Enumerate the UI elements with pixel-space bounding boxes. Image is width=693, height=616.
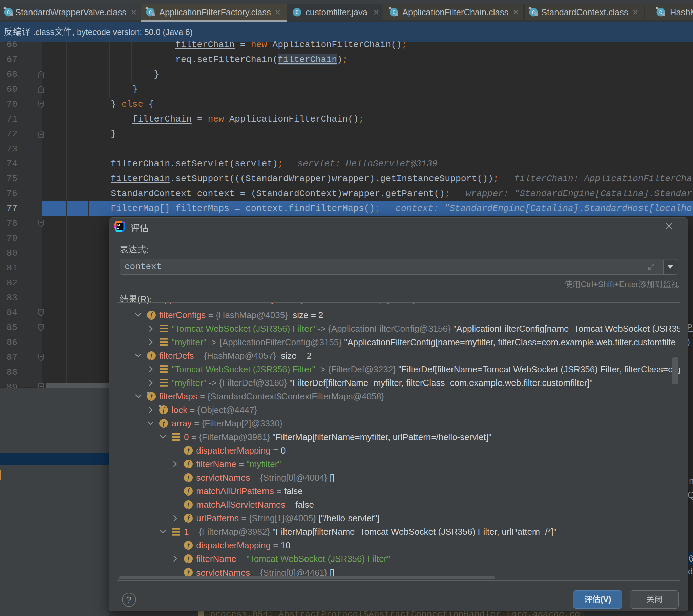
svg-text:IJ: IJ bbox=[117, 223, 120, 227]
svg-text:C: C bbox=[149, 10, 152, 16]
svg-text:C: C bbox=[7, 10, 10, 16]
svg-text:C: C bbox=[295, 10, 298, 16]
svg-text:C: C bbox=[659, 10, 662, 16]
svg-text:C: C bbox=[532, 10, 535, 16]
svg-text:C: C bbox=[392, 10, 395, 16]
